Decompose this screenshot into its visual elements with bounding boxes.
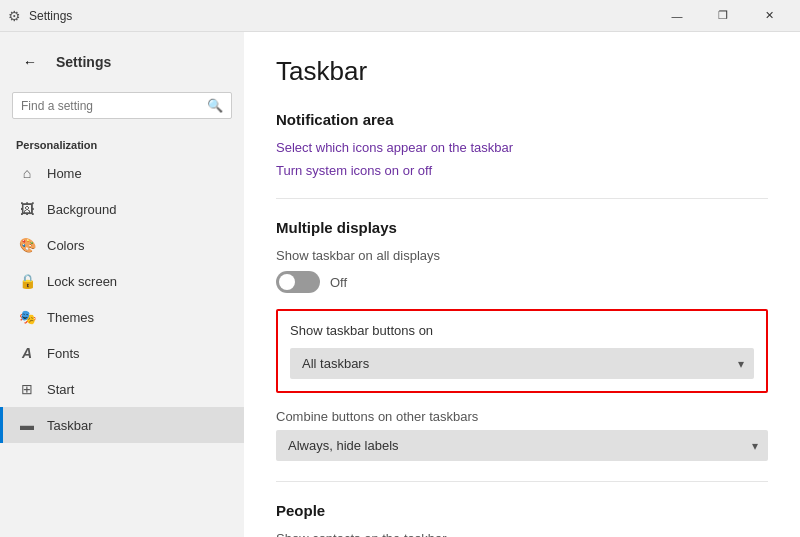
sidebar-section-title: Personalization xyxy=(0,131,244,155)
show-taskbar-all-displays-label: Show taskbar on all displays xyxy=(276,248,768,263)
sidebar-item-fonts[interactable]: A Fonts xyxy=(0,335,244,371)
main-content: Taskbar Notification area Select which i… xyxy=(244,32,800,537)
sidebar-label-home: Home xyxy=(47,166,82,181)
combine-buttons-group: Combine buttons on other taskbars Always… xyxy=(276,409,768,461)
title-bar-title: Settings xyxy=(29,9,72,23)
sidebar-app-title: Settings xyxy=(56,54,111,70)
notification-area-section: Notification area Select which icons app… xyxy=(276,111,768,178)
combine-buttons-label: Combine buttons on other taskbars xyxy=(276,409,768,424)
system-icons-link[interactable]: Turn system icons on or off xyxy=(276,163,768,178)
app-body: ← Settings 🔍 Personalization ⌂ Home 🖼 Ba… xyxy=(0,32,800,537)
combine-buttons-dropdown[interactable]: Always, hide labels When taskbar is full… xyxy=(276,430,768,461)
notification-area-title: Notification area xyxy=(276,111,768,128)
show-taskbar-buttons-box: Show taskbar buttons on All taskbars Mai… xyxy=(276,309,768,393)
sidebar-label-background: Background xyxy=(47,202,116,217)
sidebar-item-background[interactable]: 🖼 Background xyxy=(0,191,244,227)
multiple-displays-title: Multiple displays xyxy=(276,219,768,236)
sidebar-item-lock-screen[interactable]: 🔒 Lock screen xyxy=(0,263,244,299)
sidebar-item-themes[interactable]: 🎭 Themes xyxy=(0,299,244,335)
taskbar-icon: ▬ xyxy=(19,417,35,433)
restore-button[interactable]: ❐ xyxy=(700,0,746,32)
title-bar-left: ⚙ Settings xyxy=(8,8,72,24)
back-button[interactable]: ← xyxy=(16,48,44,76)
sidebar-label-themes: Themes xyxy=(47,310,94,325)
settings-icon: ⚙ xyxy=(8,8,21,24)
show-taskbar-buttons-label: Show taskbar buttons on xyxy=(290,323,754,338)
select-icons-link[interactable]: Select which icons appear on the taskbar xyxy=(276,140,768,155)
show-taskbar-toggle-row: Off xyxy=(276,271,768,293)
close-button[interactable]: ✕ xyxy=(746,0,792,32)
themes-icon: 🎭 xyxy=(19,309,35,325)
combine-buttons-dropdown-wrapper: Always, hide labels When taskbar is full… xyxy=(276,430,768,461)
divider-2 xyxy=(276,481,768,482)
page-title: Taskbar xyxy=(276,56,768,87)
people-section: People Show contacts on the taskbar Off … xyxy=(276,502,768,537)
show-contacts-label: Show contacts on the taskbar xyxy=(276,531,768,537)
search-icon: 🔍 xyxy=(207,98,223,113)
show-taskbar-toggle-state: Off xyxy=(330,275,347,290)
show-taskbar-toggle[interactable] xyxy=(276,271,320,293)
sidebar-item-start[interactable]: ⊞ Start xyxy=(0,371,244,407)
home-icon: ⌂ xyxy=(19,165,35,181)
sidebar-header: ← Settings xyxy=(0,32,244,84)
colors-icon: 🎨 xyxy=(19,237,35,253)
sidebar-label-start: Start xyxy=(47,382,74,397)
minimize-button[interactable]: — xyxy=(654,0,700,32)
title-bar-controls: — ❐ ✕ xyxy=(654,0,792,32)
sidebar-label-colors: Colors xyxy=(47,238,85,253)
lock-screen-icon: 🔒 xyxy=(19,273,35,289)
people-title: People xyxy=(276,502,768,519)
sidebar: ← Settings 🔍 Personalization ⌂ Home 🖼 Ba… xyxy=(0,32,244,537)
title-bar: ⚙ Settings — ❐ ✕ xyxy=(0,0,800,32)
search-input[interactable] xyxy=(21,99,207,113)
start-icon: ⊞ xyxy=(19,381,35,397)
sidebar-item-taskbar[interactable]: ▬ Taskbar xyxy=(0,407,244,443)
sidebar-item-colors[interactable]: 🎨 Colors xyxy=(0,227,244,263)
sidebar-label-lock-screen: Lock screen xyxy=(47,274,117,289)
taskbar-buttons-dropdown[interactable]: All taskbars Main taskbar and taskbar wh… xyxy=(290,348,754,379)
back-icon: ← xyxy=(23,54,37,70)
taskbar-buttons-dropdown-wrapper: All taskbars Main taskbar and taskbar wh… xyxy=(290,348,754,379)
background-icon: 🖼 xyxy=(19,201,35,217)
fonts-icon: A xyxy=(19,345,35,361)
sidebar-label-taskbar: Taskbar xyxy=(47,418,93,433)
multiple-displays-section: Multiple displays Show taskbar on all di… xyxy=(276,219,768,461)
sidebar-item-home[interactable]: ⌂ Home xyxy=(0,155,244,191)
divider-1 xyxy=(276,198,768,199)
search-icon-button[interactable]: 🔍 xyxy=(207,98,223,113)
search-box[interactable]: 🔍 xyxy=(12,92,232,119)
sidebar-label-fonts: Fonts xyxy=(47,346,80,361)
